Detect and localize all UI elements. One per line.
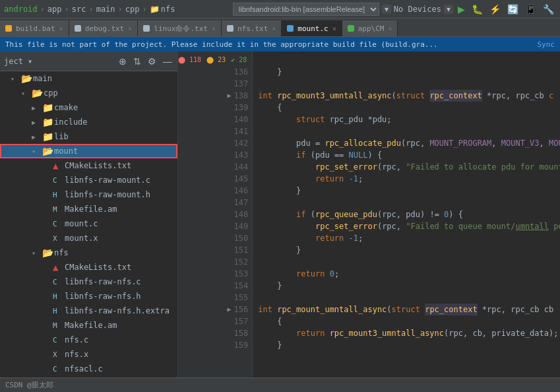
gradle-sync-button[interactable]: 🔄 [505, 4, 520, 15]
folder-icon-lib: 📁 [42, 131, 54, 142]
main-area: ject ▾ ⊕ ⇅ ⚙ — ▾ 📂 main ▾ 📂 cpp ▶ 📁 cmak… [0, 51, 560, 377]
tab-debug-txt[interactable]: debug.txt × [69, 20, 139, 36]
spacer-mfm [42, 206, 53, 213]
code-line-158: return rpc_mount3_umntall_async(rpc, cb,… [258, 327, 560, 339]
tree-item-lib[interactable]: ▶ 📁 lib [0, 129, 177, 144]
code-line-146: } [258, 185, 560, 197]
tree-item-makefile-am-nfs[interactable]: M Makefile.am [0, 318, 177, 333]
code-line-138: int rpc_mount3_umntall_async(struct rpc_… [258, 90, 560, 102]
bc-android[interactable]: android [4, 5, 38, 14]
c-icon-nc: C [53, 336, 65, 344]
status-bar: CSDN @眼太郎 [0, 377, 560, 392]
collapse-button[interactable]: — [162, 56, 173, 67]
filter-button[interactable]: ⇅ [132, 56, 142, 67]
tree-item-cmakelists-nfs[interactable]: ▲ CMakeLists.txt [0, 260, 177, 275]
tree-item-main[interactable]: ▾ 📂 main [0, 71, 177, 86]
tab-mount-c-close[interactable]: × [332, 25, 336, 32]
build-config-select[interactable]: libnfsandroid:lib-bin [assembleRelease] [233, 3, 379, 16]
spacer-mc [42, 220, 53, 228]
tree-item-libnfs-raw-mount-h[interactable]: H libnfs-raw-mount.h [0, 187, 177, 202]
profile-button[interactable]: ⚡ [487, 4, 503, 15]
bc-src[interactable]: src [72, 5, 86, 14]
tab-debug-txt-close[interactable]: × [128, 25, 132, 32]
tab-nfs-txt[interactable]: nfs.txt × [222, 20, 282, 36]
settings-button[interactable]: ⚙ [146, 56, 158, 67]
tree-item-libnfs-raw-nfs-c[interactable]: C libnfs-raw-nfs.c [0, 275, 177, 289]
tree-item-nfs[interactable]: ▾ 📂 nfs [0, 245, 177, 260]
spacer-cmake-mount [42, 162, 53, 170]
tab-build-bat-close[interactable]: × [59, 25, 63, 32]
tree-label-libnfs-raw-nfs-h: libnfs-raw-nfs.h [65, 292, 141, 301]
tab-nfs-txt-close[interactable]: × [272, 25, 276, 32]
debug-button[interactable]: 🐛 [470, 4, 485, 15]
tab-app-cml-close[interactable]: × [388, 25, 392, 32]
tab-bat-icon [5, 25, 12, 32]
sidebar-toolbar: ject ▾ ⊕ ⇅ ⚙ — [0, 51, 177, 71]
tab-build-bat[interactable]: build.bat × [0, 20, 69, 36]
tree-label-nfs: nfs [54, 248, 69, 257]
h-icon-lrnhe: H [53, 307, 65, 315]
tree-label-cmake: cmake [54, 103, 78, 112]
tab-linux-txt[interactable]: linux命令.txt × [138, 20, 222, 36]
ln-153: 153 [178, 268, 252, 280]
ln-151: 151 [178, 244, 252, 256]
tab-app-cml[interactable]: app\CM × [342, 20, 398, 36]
tree-label-nfsacl-c: nfsacl.c [65, 364, 103, 374]
tab-app-icon [348, 25, 354, 32]
build-config-dropdown[interactable]: ▾ [382, 5, 391, 14]
tree-item-cmake[interactable]: ▶ 📁 cmake [0, 100, 177, 115]
tree-item-cmakelists-mount[interactable]: ▲ CMakeLists.txt [0, 158, 177, 173]
tree-label-makefile-am-nfs: Makefile.am [65, 321, 117, 330]
ln-141: 141 [178, 125, 252, 137]
tab-app-cml-label: app\CM [358, 24, 385, 33]
ok-badge: ✔ 28 [231, 54, 247, 66]
line-numbers: ⬤ 118 ⬤ 23 ✔ 28 136 137 ▶138 139 140 141… [178, 51, 253, 377]
tree-item-mount-x[interactable]: X mount.x [0, 231, 177, 245]
bc-cpp[interactable]: cpp [125, 5, 140, 14]
tree-item-makefile-am-mount[interactable]: M Makefile.am [0, 202, 177, 216]
tree-item-libnfs-raw-nfs-h-extra[interactable]: H libnfs-raw-nfs.h.extra [0, 304, 177, 318]
code-line-151: } [258, 244, 560, 256]
ln-155: 155 [178, 292, 252, 304]
tab-linux-txt-close[interactable]: × [212, 25, 216, 32]
tree-item-mount-c[interactable]: C mount.c [0, 216, 177, 231]
tree-label-include: include [54, 117, 88, 127]
sync-link[interactable]: Sync [538, 40, 555, 49]
arrow-nfs: ▾ [32, 249, 42, 257]
sdk-button[interactable]: 🔧 [541, 4, 556, 15]
tab-mount-c-label: mount.c [297, 24, 328, 33]
tree-item-cpp[interactable]: ▾ 📂 cpp [0, 86, 177, 100]
tree-item-nfs-c[interactable]: C nfs.c [0, 333, 177, 347]
ln-142: 142 [178, 137, 252, 149]
tree-item-nfs-x[interactable]: X nfs.x [0, 347, 177, 362]
tab-linux-txt-label: linux命令.txt [154, 24, 208, 34]
spacer-mx [42, 235, 53, 242]
code-line-141 [258, 125, 560, 137]
tab-mount-c[interactable]: mount.c × [282, 20, 342, 36]
tree-label-nfs-c: nfs.c [65, 335, 88, 344]
avd-button[interactable]: 📱 [523, 4, 538, 15]
ln-143: 143 [178, 149, 252, 161]
devices-dropdown[interactable]: ▾ [444, 5, 453, 14]
cmake-icon-nfs: ▲ [53, 262, 65, 273]
code-lines: } int rpc_mount3_umntall_async(struct rp… [253, 51, 560, 377]
tree-label-libnfs-raw-mount-c: libnfs-raw-mount.c [65, 176, 150, 185]
tree-item-include[interactable]: ▶ 📁 include [0, 115, 177, 129]
tree-item-libnfs-raw-nfs-h[interactable]: H libnfs-raw-nfs.h [0, 289, 177, 304]
tab-c-icon [287, 25, 294, 32]
code-line-140: struct rpc_pdu *pdu; [258, 114, 560, 125]
run-button[interactable]: ▶ [456, 4, 467, 15]
code-line-154: } [258, 280, 560, 292]
arrow-cpp: ▾ [21, 90, 32, 97]
bc-nfs[interactable]: nfs [161, 5, 175, 14]
add-file-button[interactable]: ⊕ [117, 56, 128, 67]
bc-app[interactable]: app [47, 5, 62, 14]
folder-icon-mount: 📂 [42, 146, 54, 156]
tree-item-mount[interactable]: ▾ 📂 mount [0, 144, 177, 158]
spacer-lrnc [42, 278, 53, 286]
tree-item-libnfs-raw-mount-c[interactable]: C libnfs-raw-mount.c [0, 173, 177, 187]
tree-item-nfsacl-c[interactable]: C nfsacl.c [0, 362, 177, 376]
code-line-153: return 0; [258, 268, 560, 280]
bc-main[interactable]: main [96, 5, 115, 14]
tree-label-mount-c: mount.c [65, 219, 98, 228]
